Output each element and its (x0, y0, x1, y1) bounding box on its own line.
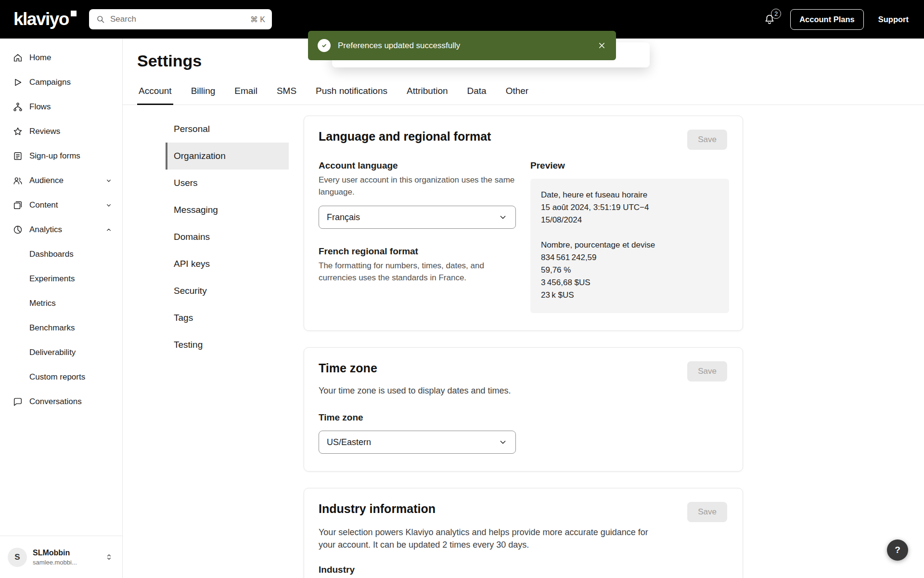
card-title: Time zone (319, 361, 377, 375)
tab-other[interactable]: Other (504, 81, 530, 105)
sidebar-child-label: Deliverability (29, 348, 76, 357)
language-card: Language and regional format Save Accoun… (304, 116, 743, 331)
chevron-down-icon (498, 212, 508, 222)
subnav-item-domains[interactable]: Domains (166, 223, 289, 250)
selected-language: Français (327, 212, 360, 223)
tab-email[interactable]: Email (233, 81, 259, 105)
save-button[interactable]: Save (687, 502, 727, 522)
search-shortcut: ⌘ K (250, 15, 265, 24)
toast-close-icon[interactable] (597, 41, 606, 50)
audience-icon (13, 175, 23, 186)
subnav-item-personal[interactable]: Personal (166, 116, 289, 143)
sidebar-item-label: Campaigns (29, 78, 71, 87)
tab-data[interactable]: Data (466, 81, 488, 105)
settings-subnav: Personal Organization Users Messaging Do… (166, 116, 289, 578)
home-icon (13, 53, 23, 63)
subnav-item-messaging[interactable]: Messaging (166, 197, 289, 223)
sidebar-item-metrics[interactable]: Metrics (0, 291, 122, 315)
sidebar-item-campaigns[interactable]: Campaigns (0, 70, 122, 94)
content-icon (13, 200, 23, 210)
account-language-label: Account language (319, 160, 516, 171)
tab-sms[interactable]: SMS (275, 81, 298, 105)
timezone-select[interactable]: US/Eastern (319, 431, 516, 454)
analytics-icon (13, 224, 23, 235)
sidebar-item-dashboards[interactable]: Dashboards (0, 242, 122, 266)
subnav-item-organization[interactable]: Organization (166, 143, 289, 170)
klaviyo-logo[interactable]: klaviyo (13, 9, 77, 29)
sidebar-item-flows[interactable]: Flows (0, 94, 122, 119)
preview-line: 15/08/2024 (541, 214, 719, 226)
sidebar-item-label: Reviews (29, 127, 60, 136)
subnav-item-tags[interactable]: Tags (166, 304, 289, 331)
sidebar-child-label: Custom reports (29, 372, 85, 382)
selected-timezone: US/Eastern (327, 437, 371, 447)
sidebar-item-experiments[interactable]: Experiments (0, 266, 122, 291)
subnav-item-security[interactable]: Security (166, 277, 289, 304)
timezone-description: Your time zone is used to display dates … (319, 384, 727, 397)
sidebar-item-label: Content (29, 200, 58, 210)
sidebar-item-home[interactable]: Home (0, 45, 122, 70)
sidebar-item-label: Flows (29, 102, 51, 112)
sidebar: Home Campaigns Flows Reviews Sign-up for… (0, 39, 123, 578)
sidebar-item-label: Home (29, 53, 51, 63)
sidebar-item-label: Conversations (29, 397, 82, 407)
card-title: Industry information (319, 502, 436, 516)
sidebar-item-reviews[interactable]: Reviews (0, 119, 122, 144)
preview-line: 834 561 242,59 (541, 251, 719, 264)
subnav-item-testing[interactable]: Testing (166, 331, 289, 358)
chat-bubble-icon (13, 396, 23, 407)
sidebar-item-deliverability[interactable]: Deliverability (0, 340, 122, 365)
sidebar-child-label: Benchmarks (29, 323, 75, 333)
preview-line: 3 456,68 $US (541, 276, 719, 289)
sidebar-item-audience[interactable]: Audience (0, 168, 122, 193)
regional-format-label: French regional format (319, 246, 516, 257)
user-email: samlee.mobbi... (33, 559, 77, 566)
chevron-up-down-icon (104, 552, 114, 562)
form-icon (13, 151, 23, 161)
sidebar-item-conversations[interactable]: Conversations (0, 389, 122, 414)
account-language-description: Every user account in this organization … (319, 174, 516, 198)
account-switcher[interactable]: S SLMobbin samlee.mobbi... (0, 536, 122, 578)
campaigns-icon (13, 77, 23, 88)
save-button[interactable]: Save (687, 361, 727, 381)
success-toast: Preferences updated successfully (308, 31, 616, 60)
save-button[interactable]: Save (687, 130, 727, 150)
tab-push-notifications[interactable]: Push notifications (314, 81, 389, 105)
sidebar-item-signup-forms[interactable]: Sign-up forms (0, 144, 122, 168)
notifications-button[interactable]: 2 (763, 13, 776, 26)
subnav-item-users[interactable]: Users (166, 170, 289, 197)
tab-billing[interactable]: Billing (190, 81, 217, 105)
tab-attribution[interactable]: Attribution (405, 81, 449, 105)
industry-card: Industry information Save Your selection… (304, 488, 743, 578)
help-button[interactable]: ? (887, 539, 908, 561)
toast-message: Preferences updated successfully (338, 41, 460, 51)
subnav-item-api-keys[interactable]: API keys (166, 250, 289, 277)
timezone-card: Time zone Save Your time zone is used to… (304, 347, 743, 472)
sidebar-item-content[interactable]: Content (0, 193, 122, 217)
sidebar-item-label: Analytics (29, 225, 62, 235)
sidebar-item-benchmarks[interactable]: Benchmarks (0, 315, 122, 340)
account-plans-button[interactable]: Account Plans (790, 9, 864, 30)
sidebar-child-label: Dashboards (29, 250, 74, 259)
sidebar-item-analytics[interactable]: Analytics (0, 217, 122, 242)
user-name: SLMobbin (33, 549, 77, 557)
preview-line: 23 k $US (541, 289, 719, 302)
support-link[interactable]: Support (878, 15, 909, 24)
account-language-select[interactable]: Français (319, 206, 516, 229)
chevron-down-icon (498, 437, 508, 447)
settings-tabs: Account Billing Email SMS Push notificat… (123, 81, 924, 105)
sidebar-item-label: Audience (29, 176, 64, 185)
regional-format-description: The formatting for numbers, times, dates… (319, 260, 516, 284)
global-search[interactable]: ⌘ K (89, 9, 272, 29)
avatar: S (8, 548, 27, 567)
timezone-field-label: Time zone (319, 412, 727, 423)
tab-account[interactable]: Account (137, 81, 173, 105)
sidebar-child-label: Experiments (29, 274, 75, 284)
notification-badge: 2 (771, 9, 781, 19)
preview-line: 15 août 2024, 3:51:19 UTC−4 (541, 201, 719, 214)
chevron-down-icon (105, 201, 113, 209)
flows-icon (13, 102, 23, 112)
sidebar-item-custom-reports[interactable]: Custom reports (0, 365, 122, 389)
format-preview-box: Date, heure et fuseau horaire 15 août 20… (530, 179, 729, 313)
search-input[interactable] (110, 14, 245, 24)
